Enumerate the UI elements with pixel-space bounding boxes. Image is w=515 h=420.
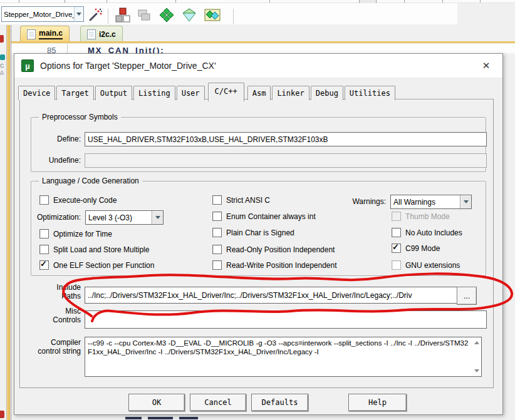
green-diamond-icon[interactable] [159, 8, 174, 23]
checkbox-thumb-mode: Thumb Mode [392, 212, 450, 221]
ruler-tick [175, 0, 176, 3]
checkbox-read-write-pi[interactable]: Read-Write Position Independent [212, 260, 337, 270]
options-for-target-dialog: µ Options for Target 'Stepper_Motor_Driv… [14, 53, 503, 415]
checkbox-box [212, 212, 222, 221]
checkbox-box [212, 195, 222, 205]
checkbox-box [392, 212, 401, 221]
ruler-tick [19, 0, 19, 3]
editor-tabbar: main.c i2c.c [11, 25, 515, 43]
checkbox-box [212, 245, 222, 254]
checkbox-read-only-pi[interactable]: Read-Only Position Independent [212, 245, 335, 254]
chevron-down-icon[interactable] [152, 211, 163, 224]
define-label: Define: [43, 135, 81, 143]
tab-debug[interactable]: Debug [311, 86, 343, 100]
clipped-text-fragment [125, 417, 142, 419]
misc-controls-input[interactable] [85, 310, 487, 329]
dialog-title: Options for Target 'Stepper_Motor_Drive_… [40, 61, 216, 71]
include-paths-input[interactable]: ../Inc;../Drivers/STM32F1xx_HAL_Driver/I… [85, 287, 459, 304]
optimization-select[interactable]: Level 3 (-O3) [85, 210, 164, 225]
checkbox-execute-only-code[interactable]: Execute-only Code [39, 195, 117, 205]
tab-output[interactable]: Output [95, 86, 132, 100]
uvision-app-icon: µ [21, 59, 34, 72]
optimization-label: Optimization: [37, 213, 82, 222]
clipped-icon-c: C [0, 63, 4, 69]
help-button[interactable]: Help [348, 394, 407, 411]
component-box-icon[interactable] [204, 8, 219, 23]
scroll-up-icon[interactable] [474, 341, 479, 344]
undefine-input [85, 153, 487, 168]
optimization-value: Level 3 (-O3) [86, 213, 132, 222]
compiler-control-string-box[interactable]: --c99 -c --cpu Cortex-M3 -D__EVAL -D__MI… [85, 337, 482, 377]
target-select[interactable]: Stepper_Motor_Drive_CX [1, 6, 84, 22]
panel-edge-strip [7, 25, 10, 420]
checkbox-box [212, 260, 222, 270]
document-icon [27, 29, 36, 39]
ruler-tick [442, 0, 443, 3]
manage-rte-icon[interactable] [115, 8, 130, 23]
chevron-down-icon[interactable] [460, 195, 471, 208]
tab-c-cpp[interactable]: C/C++ [208, 83, 244, 101]
tabbar-underline [11, 41, 515, 43]
editor-clipped-line: 85 MX_CAN_Init(); [11, 44, 515, 53]
compiler-control-string-value: --c99 -c --cpu Cortex-M3 -D__EVAL -D__MI… [88, 339, 468, 356]
tab-asm[interactable]: Asm [247, 86, 271, 100]
checkbox-box: ✓ [39, 260, 49, 270]
editor-tab-main-c[interactable]: main.c [20, 26, 70, 42]
checkbox-plain-char-signed[interactable]: Plain Char is Signed [212, 228, 294, 237]
line-number: 85 [47, 46, 56, 53]
warnings-select[interactable]: All Warnings [390, 195, 472, 209]
window-cascade-icon[interactable] [137, 8, 152, 23]
checkbox-one-elf-section[interactable]: ✓ One ELF Section per Function [39, 260, 154, 270]
target-options-wand-icon[interactable] [88, 8, 103, 23]
define-value: USE_HAL_DRIVER,STM32F103xB,USE_HAL_DRIVE… [88, 135, 328, 144]
group-legend: Preprocessor Symbols [39, 113, 121, 121]
editor-tab-i2c-c[interactable]: i2c.c [80, 26, 123, 42]
ruler-tick [269, 0, 270, 3]
checkbox-box [39, 229, 49, 238]
undefine-label: Undefine: [43, 156, 81, 165]
clipped-icon-red [0, 411, 4, 418]
checkbox-box [212, 228, 222, 237]
tab-linker[interactable]: Linker [272, 86, 309, 100]
checkbox-box: ✓ [392, 243, 401, 253]
tab-utilities[interactable]: Utilities [345, 86, 395, 100]
document-icon [87, 29, 96, 39]
tab-target[interactable]: Target [56, 86, 93, 100]
include-paths-browse-button[interactable]: ... [457, 287, 477, 305]
checkbox-c99-mode[interactable]: ✓ C99 Mode [392, 243, 440, 253]
checkbox-enum-container-int[interactable]: Enum Container always int [212, 212, 316, 221]
include-paths-value: ../Inc;../Drivers/STM32F1xx_HAL_Driver/I… [88, 291, 412, 300]
editor-tab-label: i2c.c [99, 30, 116, 39]
checkbox-gnu-extensions[interactable]: GNU extensions [392, 260, 460, 270]
checkbox-no-auto-includes[interactable]: No Auto Includes [392, 228, 462, 237]
warnings-label: Warnings: [345, 197, 386, 206]
ok-button[interactable]: OK [128, 394, 185, 411]
defaults-button[interactable]: Defaults [251, 394, 308, 411]
scroll-down-icon[interactable] [474, 369, 479, 372]
ruler-tick [107, 0, 107, 3]
checkbox-strict-ansi-c[interactable]: Strict ANSI C [212, 195, 270, 205]
clipped-icon-red [0, 35, 4, 43]
clipped-code-text: MX_CAN_Init(); [88, 46, 165, 53]
tab-listing[interactable]: Listing [133, 86, 175, 100]
clipped-text-fragment [179, 417, 198, 419]
checkbox-box [39, 245, 49, 254]
checkbox-optimize-for-time[interactable]: Optimize for Time [39, 229, 112, 238]
define-input[interactable]: USE_HAL_DRIVER,STM32F103xB,USE_HAL_DRIVE… [85, 132, 487, 146]
ruler-tick [480, 0, 481, 3]
target-select-value: Stepper_Motor_Drive_CX [2, 11, 74, 18]
toolbar-separator [108, 9, 108, 24]
close-icon[interactable]: ✕ [477, 57, 495, 74]
tab-user[interactable]: User [177, 86, 205, 100]
main-toolbar: Stepper_Motor_Drive_CX [0, 3, 457, 24]
gem-icon[interactable] [182, 8, 197, 23]
cancel-button[interactable]: Cancel [190, 394, 246, 411]
gutter-line [67, 44, 68, 53]
checkbox-split-load-store[interactable]: Split Load and Store Multiple [39, 245, 149, 254]
tab-device[interactable]: Device [18, 86, 55, 100]
ruler-tick [65, 0, 65, 3]
screen: Stepper_Motor_Drive_CX [0, 0, 515, 420]
group-legend: Language / Code Generation [39, 177, 142, 185]
chevron-down-icon[interactable] [74, 7, 83, 21]
dialog-titlebar[interactable]: µ Options for Target 'Stepper_Motor_Driv… [14, 54, 502, 78]
